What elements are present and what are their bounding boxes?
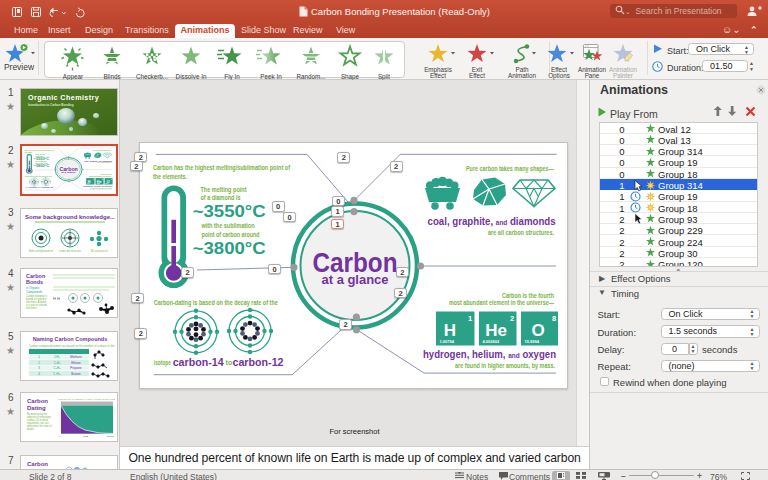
svg-text:H: H <box>444 321 456 340</box>
svg-text:Carbon-dating is based on the: Carbon-dating is based on the decay rate… <box>154 299 278 307</box>
svg-text:H H: H H <box>53 296 60 301</box>
svg-text:Ethane: Ethane <box>71 361 81 365</box>
svg-text:are found in higher amounts, b: are found in higher amounts, by mass. <box>455 362 555 370</box>
svg-text:of a diamond is: of a diamond is <box>201 194 241 201</box>
svg-text:with the sublimation: with the sublimation <box>201 222 255 229</box>
svg-text:C₄H₁₀: C₄H₁₀ <box>53 372 62 376</box>
svg-text:point of carbon around: point of carbon around <box>202 231 260 239</box>
svg-text:carbon-12: carbon-12 <box>233 356 284 368</box>
svg-text:~3550°C: ~3550°C <box>193 203 267 220</box>
svg-text:Propane: Propane <box>70 366 82 370</box>
svg-text:the elements.: the elements. <box>153 173 187 180</box>
svg-text:CH₄: CH₄ <box>54 355 60 359</box>
svg-text:~3800°C: ~3800°C <box>193 240 267 257</box>
svg-text:most abundant element in the u: most abundant element in the universe— <box>449 299 554 306</box>
svg-text:C₃H₈: C₃H₈ <box>54 366 62 370</box>
svg-text:Pure carbon takes many shapes—: Pure carbon takes many shapes— <box>466 165 554 173</box>
svg-text:50,000: 50,000 <box>107 435 114 438</box>
svg-text:TIME: TIME <box>83 435 89 437</box>
svg-text:1.00794: 1.00794 <box>440 339 455 344</box>
svg-text:carbon-14: carbon-14 <box>173 356 225 368</box>
svg-text:coal, graphite, and diamonds: coal, graphite, and diamonds <box>428 215 556 227</box>
svg-text:4.002602: 4.002602 <box>483 339 500 344</box>
svg-text:Butane: Butane <box>71 372 81 376</box>
svg-text:Lewis dot structure: Lewis dot structure <box>59 249 81 253</box>
svg-text:Carbon has the highest melting: Carbon has the highest melting/sublimati… <box>153 164 291 172</box>
svg-text:isotope: isotope <box>154 359 171 367</box>
svg-text:C₂H₆: C₂H₆ <box>54 361 61 365</box>
svg-text:Methane: Methane <box>70 355 82 359</box>
svg-text:Carbon is the fourth: Carbon is the fourth <box>502 292 554 299</box>
svg-text:at a glance: at a glance <box>322 273 389 287</box>
svg-text:3D structure of: 3D structure of <box>90 249 107 253</box>
svg-text:are all carbon structures.: are all carbon structures. <box>488 229 554 236</box>
svg-text:AMOUNT OF CARBON-14 REMAINING: AMOUNT OF CARBON-14 REMAINING OVER TIME <box>57 398 115 401</box>
svg-text:hydrogen, helium, and oxygen: hydrogen, helium, and oxygen <box>423 348 556 360</box>
svg-text:to: to <box>226 359 233 366</box>
svg-text:Bohr configuration of: Bohr configuration of <box>29 249 53 253</box>
svg-text:He: He <box>485 321 507 340</box>
svg-text:15.9994: 15.9994 <box>525 339 540 344</box>
svg-text:The melting point: The melting point <box>201 186 248 194</box>
svg-text:1: 1 <box>468 314 472 323</box>
svg-text:0: 0 <box>59 435 61 437</box>
svg-text:2: 2 <box>510 314 514 323</box>
svg-text:O: O <box>531 321 544 340</box>
svg-text:8: 8 <box>552 314 556 323</box>
